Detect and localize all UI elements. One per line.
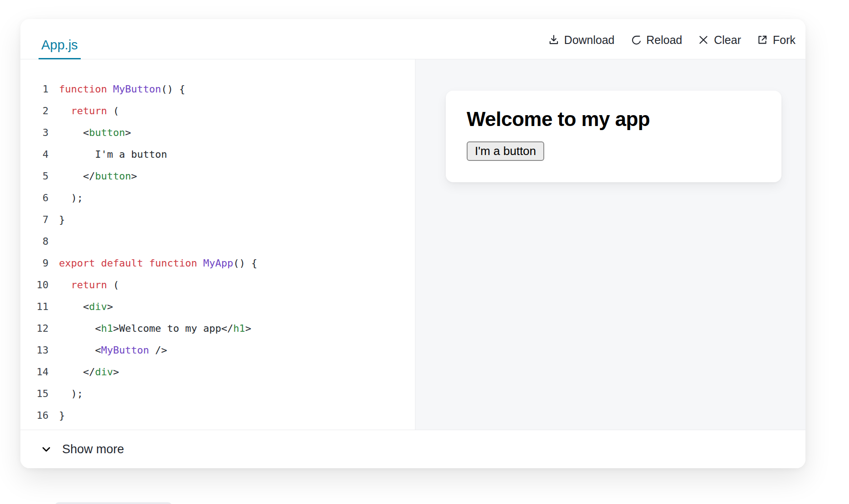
line-number: 9 (20, 252, 49, 274)
code-line[interactable]: 8 (20, 231, 415, 252)
code-line[interactable]: 15 ); (20, 383, 415, 405)
line-number: 10 (20, 274, 49, 296)
code-text: <h1>Welcome to my app</h1> (49, 318, 251, 339)
code-text: <button> (49, 122, 131, 144)
line-number: 14 (20, 361, 49, 383)
code-line[interactable]: 9export default function MyApp() { (20, 252, 415, 274)
tab-app-js[interactable]: App.js (39, 19, 81, 59)
line-number: 13 (20, 339, 49, 361)
sandbox-main: 1function MyButton() {2 return (3 <butto… (20, 59, 805, 430)
line-number: 5 (20, 165, 49, 187)
line-number: 12 (20, 318, 49, 339)
code-text: </button> (49, 165, 137, 187)
code-line[interactable]: 10 return ( (20, 274, 415, 296)
fork-label: Fork (773, 34, 795, 47)
code-text: function MyButton() { (49, 78, 185, 100)
download-icon (548, 34, 560, 46)
code-line[interactable]: 7} (20, 209, 415, 231)
partial-inline-code-pill (54, 502, 172, 504)
preview-pane: Welcome to my app I'm a button (415, 59, 805, 430)
line-number: 15 (20, 383, 49, 405)
line-number: 1 (20, 78, 49, 100)
code-line[interactable]: 6 ); (20, 187, 415, 209)
preview-card: Welcome to my app I'm a button (446, 91, 781, 182)
preview-heading: Welcome to my app (467, 108, 761, 131)
reload-label: Reload (646, 34, 682, 47)
line-number: 3 (20, 122, 49, 144)
code-text: return ( (49, 100, 119, 122)
line-number: 11 (20, 296, 49, 318)
line-number: 4 (20, 144, 49, 165)
clear-icon (698, 34, 709, 46)
download-label: Download (564, 34, 615, 47)
line-number: 6 (20, 187, 49, 209)
sandbox-toolbar: Download Reload Clear (548, 19, 795, 59)
code-line[interactable]: 14 </div> (20, 361, 415, 383)
code-text: ); (49, 187, 83, 209)
code-text: I'm a button (49, 144, 167, 165)
code-line[interactable]: 11 <div> (20, 296, 415, 318)
clear-label: Clear (714, 34, 741, 47)
code-text: return ( (49, 274, 119, 296)
fork-button[interactable]: Fork (756, 34, 795, 47)
code-line[interactable]: 5 </button> (20, 165, 415, 187)
code-line[interactable]: 4 I'm a button (20, 144, 415, 165)
code-line[interactable]: 12 <h1>Welcome to my app</h1> (20, 318, 415, 339)
line-number: 16 (20, 405, 49, 426)
code-line[interactable]: 3 <button> (20, 122, 415, 144)
code-text: <MyButton /> (49, 339, 167, 361)
line-number: 7 (20, 209, 49, 231)
code-line[interactable]: 1function MyButton() { (20, 78, 415, 100)
code-sandbox: App.js Download Reload (20, 19, 805, 468)
chevron-down-icon (40, 443, 53, 456)
code-line[interactable]: 13 <MyButton /> (20, 339, 415, 361)
reload-icon (630, 34, 642, 46)
preview-im-a-button[interactable]: I'm a button (467, 141, 544, 161)
show-more-label: Show more (62, 442, 124, 456)
reload-button[interactable]: Reload (630, 34, 682, 47)
code-text: export default function MyApp() { (49, 252, 257, 274)
clear-button[interactable]: Clear (698, 34, 741, 47)
code-text: <div> (49, 296, 113, 318)
code-text: </div> (49, 361, 119, 383)
line-number: 8 (20, 231, 49, 252)
fork-icon (756, 34, 768, 46)
code-line[interactable]: 2 return ( (20, 100, 415, 122)
sandbox-header: App.js Download Reload (20, 19, 805, 59)
code-text (49, 231, 59, 252)
code-line[interactable]: 16} (20, 405, 415, 426)
show-more-button[interactable]: Show more (20, 430, 805, 468)
download-button[interactable]: Download (548, 34, 615, 47)
code-text: } (49, 209, 65, 231)
line-number: 2 (20, 100, 49, 122)
code-text: } (49, 405, 65, 426)
code-text: ); (49, 383, 83, 405)
code-editor[interactable]: 1function MyButton() {2 return (3 <butto… (20, 59, 415, 430)
